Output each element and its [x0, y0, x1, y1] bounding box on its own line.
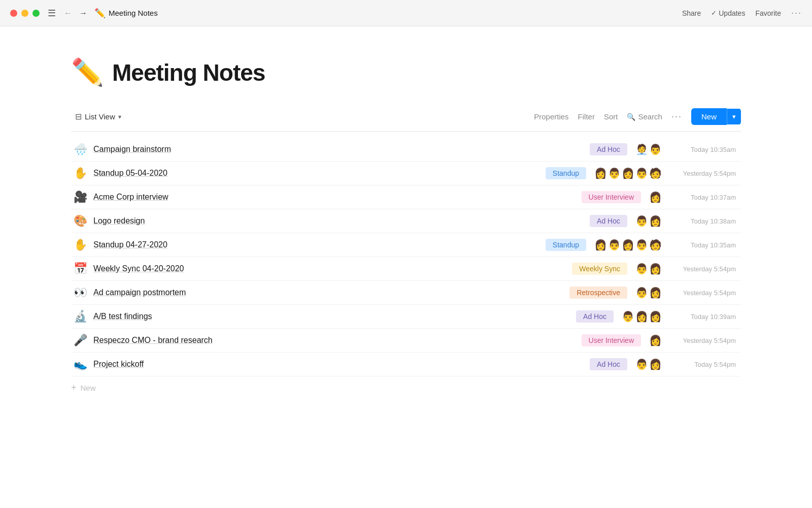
share-label: Share [682, 9, 701, 17]
maximize-dot[interactable] [32, 10, 40, 17]
row-avatars: 👩 [649, 191, 662, 203]
more-button[interactable]: ··· [791, 8, 802, 18]
list-container: 🌧️ Campaign brainstorm Ad Hoc 🧑‍💼👨 Today… [71, 138, 741, 376]
new-button-dropdown[interactable]: ▾ [727, 109, 741, 124]
search-button[interactable]: 🔍 Search [627, 112, 662, 121]
row-emoji: 🎤 [71, 334, 89, 347]
window-controls [10, 10, 40, 17]
row-emoji: 🎨 [71, 214, 89, 228]
list-item[interactable]: 👟 Project kickoff Ad Hoc 👨👩 Today 5:54pm [71, 353, 741, 376]
row-avatars: 👨👩 [635, 287, 662, 299]
favorite-button[interactable]: Favorite [755, 9, 781, 17]
row-avatars: 👨👩👩 [622, 310, 662, 323]
row-title: Project kickoff [93, 360, 590, 369]
updates-button[interactable]: ✓ Updates [711, 9, 745, 17]
row-emoji: 🌧️ [71, 143, 89, 156]
row-tag[interactable]: Ad Hoc [576, 310, 614, 323]
back-arrow-icon[interactable]: ← [62, 8, 74, 19]
row-title: Acme Corp interview [93, 193, 582, 202]
row-emoji: 👀 [71, 286, 89, 299]
list-item[interactable]: 🎥 Acme Corp interview User Interview 👩 T… [71, 185, 741, 209]
row-avatars: 👩👨👩👨🧑 [594, 239, 662, 251]
row-meta: User Interview 👩 Yesterday 5:54pm [582, 334, 741, 346]
check-icon: ✓ [711, 9, 717, 17]
new-button[interactable]: New [691, 108, 727, 125]
sidebar-toggle-icon[interactable]: ☰ [48, 8, 56, 19]
row-title: Ad campaign postmortem [93, 288, 569, 297]
row-tag[interactable]: Retrospective [569, 287, 627, 299]
close-dot[interactable] [10, 10, 17, 17]
view-selector[interactable]: ⊟ List View ▾ [71, 110, 125, 123]
plus-icon: + [71, 383, 77, 393]
row-timestamp: Yesterday 5:54pm [670, 289, 736, 297]
list-item[interactable]: 🎤 Respeczo CMO - brand research User Int… [71, 329, 741, 353]
row-meta: Standup 👩👨👩👨🧑 Today 10:35am [546, 239, 741, 251]
toolbar: ⊟ List View ▾ Properties Filter Sort 🔍 S… [71, 108, 741, 132]
row-emoji: 📅 [71, 262, 89, 275]
view-label: List View [85, 112, 115, 121]
row-tag[interactable]: User Interview [582, 191, 641, 203]
new-button-group: New ▾ [691, 108, 741, 125]
row-tag[interactable]: Weekly Sync [572, 263, 627, 275]
row-avatars: 👨👩 [635, 358, 662, 370]
page-header: ✏️ Meeting Notes [71, 57, 741, 88]
row-timestamp: Yesterday 5:54pm [670, 265, 736, 273]
row-timestamp: Today 10:35am [670, 146, 736, 153]
row-emoji: ✋ [71, 238, 89, 251]
row-meta: Weekly Sync 👨👩 Yesterday 5:54pm [572, 263, 741, 275]
list-item[interactable]: 📅 Weekly Sync 04-20-2020 Weekly Sync 👨👩 … [71, 257, 741, 281]
row-timestamp: Yesterday 5:54pm [670, 337, 736, 344]
properties-button[interactable]: Properties [534, 112, 568, 121]
toolbar-right: Properties Filter Sort 🔍 Search ··· New … [534, 108, 741, 125]
row-tag[interactable]: User Interview [582, 334, 641, 346]
toolbar-more-button[interactable]: ··· [671, 111, 682, 122]
minimize-dot[interactable] [21, 10, 28, 17]
share-button[interactable]: Share [682, 9, 701, 17]
row-meta: Ad Hoc 👨👩 Today 5:54pm [590, 358, 741, 370]
list-view-icon: ⊟ [75, 112, 82, 121]
add-new-row[interactable]: + New [71, 376, 741, 399]
row-avatars: 👨👩 [635, 215, 662, 227]
list-item[interactable]: 🔬 A/B test findings Ad Hoc 👨👩👩 Today 10:… [71, 305, 741, 329]
filter-button[interactable]: Filter [578, 112, 595, 121]
row-timestamp: Today 5:54pm [670, 361, 736, 368]
row-tag[interactable]: Standup [546, 167, 586, 179]
row-tag[interactable]: Standup [546, 239, 586, 251]
nav-arrows: ← → [62, 8, 89, 19]
row-title: Standup 05-04-2020 [93, 169, 546, 178]
more-label: ··· [791, 8, 802, 18]
favorite-label: Favorite [755, 9, 781, 17]
row-title: Campaign brainstorm [93, 145, 590, 154]
row-tag[interactable]: Ad Hoc [590, 358, 627, 370]
row-meta: Standup 👩👨👩👨🧑 Yesterday 5:54pm [546, 167, 741, 179]
properties-label: Properties [534, 112, 568, 121]
row-meta: Ad Hoc 👨👩👩 Today 10:39am [576, 310, 741, 323]
row-avatars: 👩👨👩👨🧑 [594, 167, 662, 179]
row-meta: Retrospective 👨👩 Yesterday 5:54pm [569, 287, 741, 299]
page-title: Meeting Notes [112, 59, 265, 86]
list-item[interactable]: ✋ Standup 05-04-2020 Standup 👩👨👩👨🧑 Yeste… [71, 162, 741, 185]
row-meta: User Interview 👩 Today 10:37am [582, 191, 741, 203]
titlebar: ☰ ← → ✏️ Meeting Notes Share ✓ Updates F… [0, 0, 812, 26]
row-timestamp: Today 10:38am [670, 217, 736, 225]
list-item[interactable]: ✋ Standup 04-27-2020 Standup 👩👨👩👨🧑 Today… [71, 233, 741, 257]
sort-label: Sort [604, 112, 618, 121]
list-item[interactable]: 🌧️ Campaign brainstorm Ad Hoc 🧑‍💼👨 Today… [71, 138, 741, 162]
row-avatars: 👨👩 [635, 263, 662, 275]
row-emoji: 🔬 [71, 310, 89, 323]
list-item[interactable]: 🎨 Logo redesign Ad Hoc 👨👩 Today 10:38am [71, 209, 741, 233]
sort-button[interactable]: Sort [604, 112, 618, 121]
row-tag[interactable]: Ad Hoc [590, 215, 627, 227]
row-emoji: ✋ [71, 167, 89, 180]
row-title: Weekly Sync 04-20-2020 [93, 264, 572, 273]
row-emoji: 🎥 [71, 190, 89, 204]
row-timestamp: Today 10:35am [670, 241, 736, 249]
search-label: Search [638, 112, 662, 121]
row-timestamp: Yesterday 5:54pm [670, 170, 736, 177]
row-title: Standup 04-27-2020 [93, 240, 546, 249]
list-item[interactable]: 👀 Ad campaign postmortem Retrospective 👨… [71, 281, 741, 305]
row-tag[interactable]: Ad Hoc [590, 143, 627, 155]
row-title: Logo redesign [93, 216, 590, 226]
main-content: ✏️ Meeting Notes ⊟ List View ▾ Propertie… [0, 26, 812, 420]
forward-arrow-icon[interactable]: → [77, 8, 89, 19]
